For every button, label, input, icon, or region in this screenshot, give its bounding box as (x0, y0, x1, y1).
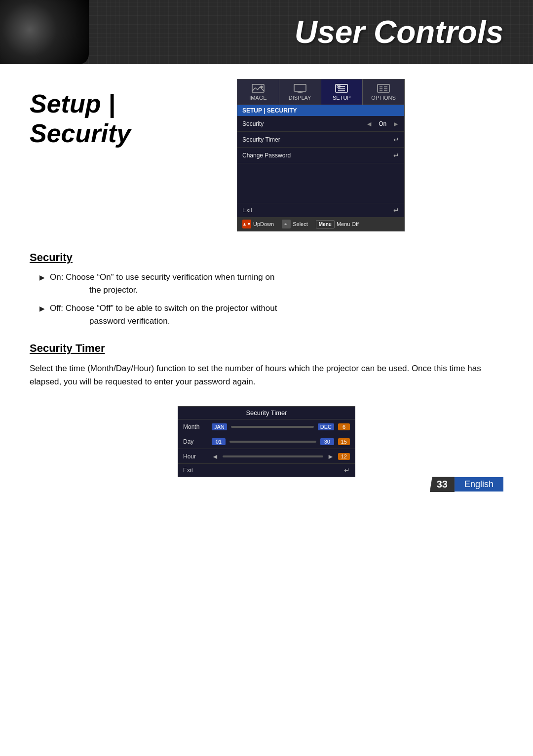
security-timer-enter-icon[interactable]: ↵ (393, 136, 399, 144)
bullet-arrow-icon: ▶ (39, 303, 45, 327)
security-label: Security (242, 120, 366, 127)
page-header: User Controls (0, 0, 533, 64)
updown-icon[interactable]: ▲▼ (242, 220, 251, 228)
menu-spacer (237, 163, 404, 203)
setup-icon (335, 83, 348, 93)
security-timer-section-title: Security Timer (30, 342, 503, 355)
exit-label: Exit (242, 207, 393, 214)
display-icon (293, 83, 307, 93)
page-number: 33 (430, 477, 455, 492)
menu-exit-row: Exit ↵ (237, 203, 404, 217)
menu-footer: ▲▼ UpDown ↵ Select Menu Menu Off (237, 217, 404, 231)
list-item: ▶ Off: Choose “Off” to be able to switch… (39, 302, 503, 327)
security-section-title: Security (30, 251, 503, 264)
timer-exit-enter-icon[interactable]: ↵ (344, 466, 350, 474)
day-current-value: 15 (338, 438, 350, 445)
security-timer-section: Security Timer Select the time (Month/Da… (30, 342, 503, 487)
menu-icon[interactable]: Menu (316, 220, 335, 228)
left-arrow-icon[interactable]: ◄ (366, 120, 373, 128)
select-control: ↵ Select (282, 220, 308, 228)
select-label: Select (293, 221, 308, 227)
options-icon (377, 83, 390, 93)
tab-setup[interactable]: SETUP (321, 79, 363, 105)
image-icon (251, 83, 265, 93)
tab-display-label: DISPLAY (289, 95, 311, 101)
month-current-value: 6 (338, 423, 350, 430)
security-bullet-list: ▶ On: Choose “On” to use security verifi… (39, 271, 503, 327)
timer-row-month: Month JAN DEC 6 (178, 419, 355, 434)
tab-display[interactable]: DISPLAY (279, 79, 321, 105)
menu-breadcrumb: SETUP | SECURITY (237, 105, 404, 116)
menu-tabs: IMAGE DISPLAY (237, 79, 404, 105)
lens-image (0, 0, 89, 64)
tab-options-label: OPTIONS (371, 95, 396, 101)
menu-row-change-password: Change Password ↵ (237, 148, 404, 163)
right-arrow-icon[interactable]: ► (392, 120, 399, 128)
page-language: English (455, 477, 503, 491)
month-slider[interactable] (231, 426, 314, 428)
security-timer-description: Select the time (Month/Day/Hour) functio… (30, 362, 503, 388)
exit-enter-icon[interactable]: ↵ (393, 206, 399, 214)
hour-slider[interactable] (223, 455, 323, 457)
timer-row-hour: Hour ◄ ► 12 (178, 449, 355, 464)
day-end-value: 30 (320, 438, 334, 445)
timer-title-bar: Security Timer (178, 407, 355, 419)
timer-submenu-wrapper: Security Timer Month JAN DEC 6 Day 01 30… (30, 396, 503, 487)
tab-options[interactable]: OPTIONS (363, 79, 404, 105)
hour-label: Hour (183, 453, 208, 460)
timer-exit-row: Exit ↵ (178, 464, 355, 477)
updown-label: UpDown (253, 221, 274, 227)
month-start-value: JAN (212, 423, 227, 430)
bullet-arrow-icon: ▶ (39, 272, 45, 296)
security-bullet-off: Off: Choose “Off” to be able to switch o… (50, 302, 503, 327)
menuoff-control: Menu Menu Off (316, 220, 359, 228)
select-enter-icon[interactable]: ↵ (282, 220, 291, 228)
top-section: Setup | Security (30, 79, 503, 231)
svg-point-1 (260, 86, 263, 88)
tab-setup-label: SETUP (333, 95, 351, 101)
menu-row-security: Security ◄ On ► (237, 116, 404, 132)
list-item: ▶ On: Choose “On” to use security verifi… (39, 271, 503, 296)
menu-row-security-timer: Security Timer ↵ (237, 132, 404, 148)
change-password-enter-icon[interactable]: ↵ (393, 151, 399, 159)
hour-right-arrow-icon[interactable]: ► (327, 453, 334, 460)
hour-current-value: 12 (338, 453, 350, 460)
month-end-value: DEC (318, 423, 334, 430)
timer-exit-label: Exit (183, 467, 344, 474)
page-title: User Controls (295, 14, 503, 50)
setup-title-col: Setup | Security (30, 79, 217, 231)
menu-ui-col: IMAGE DISPLAY (237, 79, 503, 231)
svg-rect-0 (252, 84, 264, 92)
updown-control: ▲▼ UpDown (242, 220, 274, 228)
security-section: Security ▶ On: Choose “On” to use securi… (30, 251, 503, 327)
day-start-value: 01 (212, 438, 226, 445)
month-label: Month (183, 423, 208, 430)
change-password-label: Change Password (242, 152, 393, 159)
security-bullet-on: On: Choose “On” to use security verifica… (50, 271, 503, 296)
svg-rect-2 (294, 84, 306, 91)
timer-row-day: Day 01 30 15 (178, 434, 355, 449)
tab-image[interactable]: IMAGE (237, 79, 279, 105)
day-slider[interactable] (229, 441, 316, 443)
setup-section-title: Setup | Security (30, 89, 217, 148)
day-label: Day (183, 438, 208, 445)
menu-box: IMAGE DISPLAY (237, 79, 405, 231)
security-timer-label: Security Timer (242, 136, 393, 143)
main-content: Setup | Security (0, 64, 533, 507)
page-number-area: 33 English (430, 477, 503, 492)
svg-rect-10 (378, 84, 389, 92)
tab-image-label: IMAGE (249, 95, 266, 101)
hour-left-arrow-icon[interactable]: ◄ (212, 453, 219, 460)
menuoff-label: Menu Off (337, 221, 359, 227)
security-value: On (373, 120, 392, 127)
timer-menu-box: Security Timer Month JAN DEC 6 Day 01 30… (178, 406, 355, 477)
